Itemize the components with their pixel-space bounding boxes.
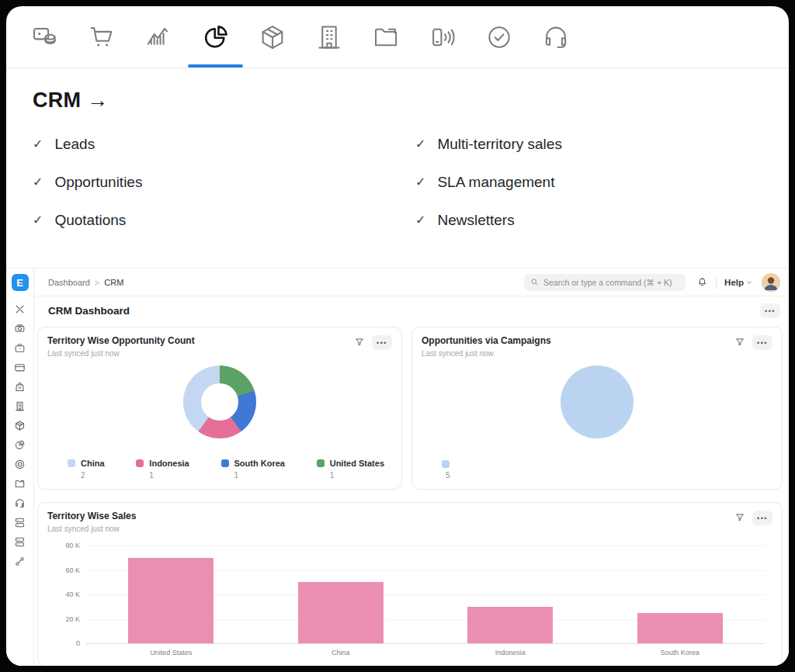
breadcrumb-separator: > — [95, 278, 99, 287]
pie-chart — [561, 365, 634, 438]
card-header: Territory Wise Opportunity Count Last sy… — [47, 335, 392, 358]
card-menu-button[interactable]: ••• — [752, 335, 772, 350]
chart-legend: 5 — [442, 460, 765, 480]
tab-connect[interactable] — [414, 6, 470, 68]
cash-register-icon[interactable] — [14, 323, 26, 334]
building-icon — [314, 23, 344, 52]
tab-projects[interactable] — [357, 6, 414, 68]
card-title: Territory Wise Opportunity Count — [47, 335, 195, 346]
legend-label: United States — [330, 459, 384, 468]
help-label: Help — [724, 278, 744, 287]
check-icon: ✓ — [415, 137, 425, 151]
legend-item: United States1 — [317, 459, 384, 480]
box-icon[interactable] — [14, 420, 26, 431]
card-actions: ••• — [734, 511, 772, 525]
tab-payments[interactable] — [17, 6, 74, 68]
app-sidebar-rail: E — [6, 268, 34, 666]
tab-selling[interactable] — [74, 6, 130, 68]
headset-icon[interactable] — [14, 497, 26, 509]
x-axis-label: Indonesia — [425, 649, 595, 656]
feature-column-left: ✓Leads✓Opportunities✓Quotations — [33, 136, 415, 250]
active-tab-underline — [188, 64, 243, 68]
folder-icon[interactable] — [14, 478, 26, 490]
window: CRM→ ✓Leads✓Opportunities✓Quotations ✓Mu… — [6, 6, 789, 666]
bar-column — [256, 546, 426, 643]
arrow-right-icon: → — [87, 88, 108, 112]
bar-china — [298, 582, 384, 643]
app-main: Dashboard > CRM Help — [34, 268, 789, 666]
donut-chart — [183, 365, 256, 438]
bar-chart-x-labels: United StatesChinaIndonesiaSouth Korea — [86, 649, 765, 656]
search-input[interactable] — [543, 278, 679, 287]
page-title: CRM — [33, 88, 81, 112]
notification-bell-icon[interactable] — [696, 276, 708, 288]
chart-legend: China2Indonesia1South Korea1United State… — [68, 459, 384, 480]
feature-item: ✓SLA management — [415, 174, 762, 191]
bar-chart-plot: 80 K60 K40 K20 K0 — [50, 546, 765, 643]
legend-value: 5 — [446, 471, 450, 480]
user-avatar[interactable] — [762, 273, 780, 292]
crm-title-link[interactable]: CRM→ — [33, 88, 762, 113]
sidebar-icon-stack — [14, 303, 26, 567]
tab-assets[interactable] — [300, 6, 357, 68]
check-icon: ✓ — [415, 213, 425, 227]
legend-value: 1 — [234, 471, 285, 480]
y-axis-tick: 40 K — [50, 591, 80, 598]
filter-funnel-icon[interactable] — [734, 512, 746, 525]
tab-quality[interactable] — [470, 6, 527, 68]
tab-crm[interactable] — [187, 6, 244, 68]
legend-value: 2 — [81, 471, 105, 480]
x-axis-label: China — [256, 649, 426, 656]
filter-funnel-icon[interactable] — [353, 337, 366, 349]
bars-container — [86, 546, 765, 643]
tab-stock[interactable] — [244, 6, 300, 68]
shopping-bag-icon[interactable] — [14, 381, 26, 393]
wallet-icon[interactable] — [14, 362, 26, 373]
server-icon[interactable] — [14, 536, 26, 548]
server-icon[interactable] — [14, 517, 26, 528]
briefcase-icon[interactable] — [14, 342, 26, 354]
erpnext-logo[interactable]: E — [12, 274, 29, 291]
legend-swatch — [136, 459, 144, 467]
chevron-down-icon — [746, 279, 752, 286]
card-menu-button[interactable]: ••• — [752, 511, 772, 525]
tools-icon[interactable] — [14, 303, 26, 315]
breadcrumb-crm[interactable]: CRM — [104, 278, 123, 287]
y-axis-tick: 80 K — [50, 542, 80, 549]
pie-chart-icon — [201, 23, 231, 52]
legend-item: Indonesia1 — [136, 459, 189, 480]
building-icon[interactable] — [14, 400, 26, 412]
pie-chart-icon[interactable] — [14, 439, 26, 451]
card-actions: ••• — [353, 335, 392, 350]
plug-icon[interactable] — [14, 556, 26, 567]
check-icon: ✓ — [33, 175, 43, 189]
command-search[interactable] — [524, 274, 686, 291]
breadcrumb-dashboard[interactable]: Dashboard — [48, 278, 90, 287]
cards-row: Territory Wise Opportunity Count Last sy… — [37, 327, 783, 490]
feature-label: SLA management — [437, 174, 554, 191]
tab-support[interactable] — [527, 6, 584, 68]
bar-column — [86, 546, 256, 643]
headset-icon — [541, 23, 571, 52]
legend-item: China2 — [68, 459, 105, 480]
card-territory-opportunity-count: Territory Wise Opportunity Count Last sy… — [37, 327, 402, 490]
legend-item: South Korea1 — [221, 459, 285, 480]
bar-united-states — [128, 558, 214, 643]
target-icon[interactable] — [14, 459, 26, 470]
card-menu-button[interactable]: ••• — [372, 335, 392, 350]
bar-chart: 80 K60 K40 K20 K0 United StatesChinaIndo… — [50, 546, 765, 656]
hero-section: CRM→ ✓Leads✓Opportunities✓Quotations ✓Mu… — [6, 68, 789, 250]
breadcrumb: Dashboard > CRM — [48, 278, 123, 287]
feature-item: ✓Multi-territory sales — [415, 136, 762, 153]
tab-analytics[interactable] — [130, 6, 187, 68]
dashboard-menu-button[interactable]: ••• — [760, 303, 780, 318]
module-tabbar — [6, 6, 789, 68]
check-icon: ✓ — [33, 137, 43, 151]
signal-icon — [428, 23, 457, 52]
bar-column — [425, 546, 595, 643]
help-menu[interactable]: Help — [724, 278, 752, 287]
feature-label: Multi-territory sales — [437, 136, 561, 153]
legend-label: South Korea — [234, 459, 285, 468]
feature-item: ✓Leads — [33, 136, 415, 153]
filter-funnel-icon[interactable] — [734, 337, 746, 349]
